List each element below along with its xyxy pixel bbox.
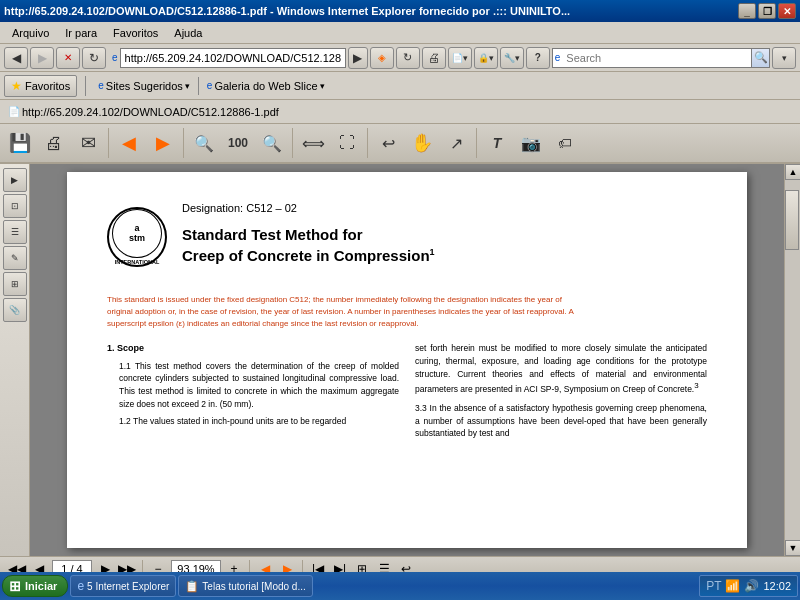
para1-1: 1.1 This test method covers the determin… — [119, 360, 399, 411]
save-toolbar-btn[interactable]: 💾 — [4, 126, 36, 160]
zoom-out-icon: 🔍 — [194, 134, 214, 153]
scroll-down-btn[interactable]: ▼ — [785, 540, 800, 556]
search-button[interactable]: 🔍 — [751, 49, 769, 67]
live-search-icon: e — [553, 52, 563, 63]
layers-btn[interactable]: ⊞ — [3, 272, 27, 296]
fav-sep2 — [198, 77, 199, 95]
back-toolbar-btn[interactable]: ◀ — [113, 126, 145, 160]
taskbar-telas-label: Telas tutorial [Modo d... — [202, 581, 305, 592]
address-bar-area: ◀ ▶ ✕ ↻ e ▶ ◈ ↻ 🖨 📄▾ 🔒▾ 🔧▾ ? e 🔍 ▾ — [0, 44, 800, 72]
taskbar-telas-item[interactable]: 📋 Telas tutorial [Modo d... — [178, 575, 312, 597]
right-para2: 3.3 In the absence of a satisfactory hyp… — [415, 402, 707, 440]
add-favorites-button[interactable]: ★ Favoritos — [4, 75, 77, 97]
camera-icon: 📷 — [521, 134, 541, 153]
security-button[interactable]: 🔒▾ — [474, 47, 498, 69]
astm-text: astm — [129, 224, 145, 244]
search-area: e 🔍 — [552, 48, 770, 68]
main-area: ▶ ⊡ ☰ ✎ ⊞ 📎 astm INTERNATIONAL Designati… — [0, 164, 800, 556]
start-button[interactable]: ⊞ Iniciar — [2, 575, 68, 597]
hand-btn[interactable]: ✋ — [406, 126, 438, 160]
window-controls: _ ❐ ✕ — [738, 3, 796, 19]
close-button[interactable]: ✕ — [778, 3, 796, 19]
tools-button[interactable]: 🔧▾ — [500, 47, 524, 69]
sites-label: Sites Sugeridos — [106, 80, 183, 92]
tray-icon2: 📶 — [725, 579, 740, 593]
fit-page-icon: ⛶ — [339, 134, 355, 152]
rotate-btn[interactable]: ↩ — [372, 126, 404, 160]
pdf-icon: 📄 — [8, 106, 20, 117]
taskbar-ie-label: 5 Internet Explorer — [87, 581, 169, 592]
ie-icon: e — [98, 80, 104, 91]
scroll-up-btn[interactable]: ▲ — [785, 164, 800, 180]
back-button[interactable]: ◀ — [4, 47, 28, 69]
bookmarks-btn[interactable]: ☰ — [3, 220, 27, 244]
section1-title: 1. Scope — [107, 342, 399, 356]
email-toolbar-btn[interactable]: ✉ — [72, 126, 104, 160]
star-icon: ★ — [11, 79, 22, 93]
fit-width-btn[interactable]: ⟺ — [297, 126, 329, 160]
stop-button[interactable]: ✕ — [56, 47, 80, 69]
help-button[interactable]: ? — [526, 47, 550, 69]
taskbar-time: 12:02 — [763, 580, 791, 592]
scroll-thumb[interactable] — [785, 190, 799, 250]
select-icon: ↗ — [450, 134, 463, 153]
gallery-link[interactable]: e Galeria do Web Slice ▾ — [203, 78, 329, 94]
pdf-page: astm INTERNATIONAL Designation: C512 – 0… — [67, 172, 747, 548]
gallery-ie-icon: e — [207, 80, 213, 91]
search-arrow[interactable]: ▾ — [772, 47, 796, 69]
signatures-btn[interactable]: ✎ — [3, 246, 27, 270]
page-thumbnails-btn[interactable]: ⊡ — [3, 194, 27, 218]
taskbar-ie-item[interactable]: e 5 Internet Explorer — [70, 575, 176, 597]
minimize-button[interactable]: _ — [738, 3, 756, 19]
toolbar-sep5 — [476, 128, 477, 158]
zoom-in-icon: 🔍 — [262, 134, 282, 153]
left-sidebar: ▶ ⊡ ☰ ✎ ⊞ 📎 — [0, 164, 30, 556]
pdf-header: astm INTERNATIONAL Designation: C512 – 0… — [107, 202, 707, 278]
menu-irpara[interactable]: Ir para — [57, 25, 105, 41]
hundred-icon: 100 — [228, 136, 248, 150]
menu-ajuda[interactable]: Ajuda — [166, 25, 210, 41]
title-superscript: 1 — [430, 247, 435, 257]
pdf-right-col: set forth herein must be modified to mor… — [415, 342, 707, 446]
astm-international: INTERNATIONAL — [115, 259, 160, 265]
zoom-in-btn[interactable]: 🔍 — [256, 126, 288, 160]
taskbar: ⊞ Iniciar e 5 Internet Explorer 📋 Telas … — [0, 572, 800, 600]
scrollbar: ▲ ▼ — [784, 164, 800, 556]
expand-sidebar-btn[interactable]: ▶ — [3, 168, 27, 192]
toolbar-sep4 — [367, 128, 368, 158]
text-select-btn[interactable]: T — [481, 126, 513, 160]
sites-sugeridos-link[interactable]: e Sites Sugeridos ▾ — [94, 78, 194, 94]
tags-btn[interactable]: 🏷 — [549, 126, 581, 160]
print-button[interactable]: 🖨 — [422, 47, 446, 69]
fit-page-btn[interactable]: ⛶ — [331, 126, 363, 160]
pdf-left-col: 1. Scope 1.1 This test method covers the… — [107, 342, 399, 446]
favorites-bar: ★ Favoritos e Sites Sugeridos ▾ e Galeri… — [0, 72, 800, 100]
address-input[interactable] — [120, 48, 346, 68]
pdf-link[interactable]: 📄 http://65.209.24.102/DOWNLOAD/C512.128… — [4, 104, 283, 120]
menu-bar: Arquivo Ir para Favoritos Ajuda — [0, 22, 800, 44]
taskbar-telas-icon: 📋 — [185, 580, 199, 593]
restore-button[interactable]: ❐ — [758, 3, 776, 19]
page-button[interactable]: 📄▾ — [448, 47, 472, 69]
fit-width-icon: ⟺ — [302, 134, 325, 153]
zoom-out-btn[interactable]: 🔍 — [188, 126, 220, 160]
address-label: e — [112, 52, 118, 63]
snapshot-btn[interactable]: 📷 — [515, 126, 547, 160]
forward-arrow-icon: ▶ — [156, 132, 170, 154]
forward-toolbar-btn[interactable]: ▶ — [147, 126, 179, 160]
select-btn[interactable]: ↗ — [440, 126, 472, 160]
rss-button[interactable]: ◈ — [370, 47, 394, 69]
100pct-btn[interactable]: 100 — [222, 126, 254, 160]
search-input[interactable] — [562, 52, 751, 64]
refresh-button[interactable]: ↻ — [82, 47, 106, 69]
gallery-label: Galeria do Web Slice — [214, 80, 317, 92]
go-button[interactable]: ▶ — [348, 47, 368, 69]
print-toolbar-btn[interactable]: 🖨 — [38, 126, 70, 160]
attachments-btn[interactable]: 📎 — [3, 298, 27, 322]
menu-favoritos[interactable]: Favoritos — [105, 25, 166, 41]
forward-button[interactable]: ▶ — [30, 47, 54, 69]
refresh2-button[interactable]: ↻ — [396, 47, 420, 69]
menu-arquivo[interactable]: Arquivo — [4, 25, 57, 41]
toolbar-sep1 — [108, 128, 109, 158]
save-icon: 💾 — [9, 132, 31, 154]
